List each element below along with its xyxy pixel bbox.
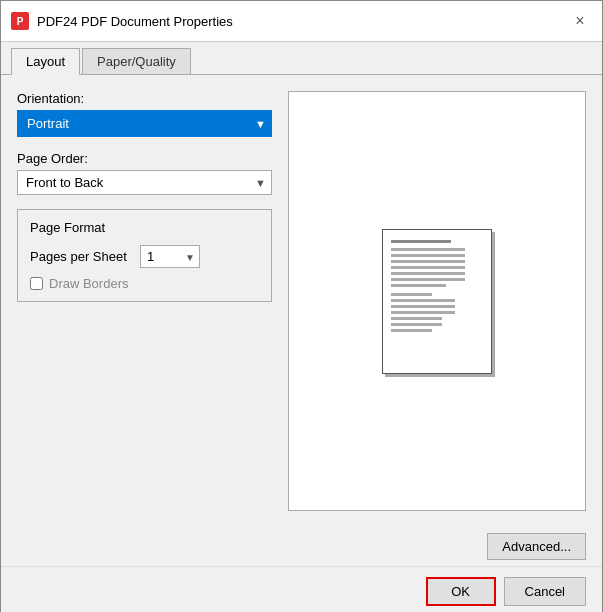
page-format-legend: Page Format (30, 220, 259, 235)
preview-line (391, 272, 465, 275)
advanced-button[interactable]: Advanced... (487, 533, 586, 560)
preview-panel (288, 91, 586, 511)
preview-line (391, 266, 465, 269)
preview-line (391, 293, 432, 296)
preview-line (391, 248, 465, 251)
tab-paper-quality[interactable]: Paper/Quality (82, 48, 191, 74)
page-preview (382, 229, 492, 374)
preview-line (391, 305, 455, 308)
footer-row: OK Cancel (1, 566, 602, 612)
preview-line (391, 311, 455, 314)
title-bar-left: P PDF24 PDF Document Properties (11, 12, 233, 30)
app-icon: P (11, 12, 29, 30)
draw-borders-label: Draw Borders (49, 276, 128, 291)
orientation-select[interactable]: Portrait Landscape (17, 110, 272, 137)
preview-line (391, 317, 442, 320)
orientation-label: Orientation: (17, 91, 272, 106)
page-format-group: Page Format Pages per Sheet 1 2 4 6 9 16… (17, 209, 272, 302)
preview-line (391, 240, 451, 243)
dialog-window: P PDF24 PDF Document Properties × Layout… (0, 0, 603, 612)
dialog-title: PDF24 PDF Document Properties (37, 14, 233, 29)
orientation-select-wrapper: Portrait Landscape ▼ (17, 110, 272, 137)
draw-borders-row: Draw Borders (30, 276, 259, 291)
preview-line (391, 329, 432, 332)
tab-layout[interactable]: Layout (11, 48, 80, 75)
page-order-select[interactable]: Front to Back Back to Front (17, 170, 272, 195)
preview-line (391, 299, 455, 302)
orientation-group: Orientation: Portrait Landscape ▼ (17, 91, 272, 137)
preview-line (391, 278, 465, 281)
tab-bar: Layout Paper/Quality (1, 42, 602, 75)
pages-per-sheet-select[interactable]: 1 2 4 6 9 16 (140, 245, 200, 268)
preview-line (391, 323, 442, 326)
draw-borders-checkbox[interactable] (30, 277, 43, 290)
main-content: Orientation: Portrait Landscape ▼ Page O… (1, 75, 602, 527)
preview-line (391, 284, 446, 287)
page-order-label: Page Order: (17, 151, 272, 166)
preview-line (391, 254, 465, 257)
pages-per-sheet-wrapper: 1 2 4 6 9 16 ▼ (140, 245, 200, 268)
cancel-button[interactable]: Cancel (504, 577, 586, 606)
left-panel: Orientation: Portrait Landscape ▼ Page O… (17, 91, 272, 511)
title-bar: P PDF24 PDF Document Properties × (1, 1, 602, 42)
pages-per-sheet-field: Pages per Sheet 1 2 4 6 9 16 ▼ (30, 245, 259, 268)
advanced-row: Advanced... (1, 527, 602, 566)
page-order-group: Page Order: Front to Back Back to Front … (17, 151, 272, 195)
close-button[interactable]: × (568, 9, 592, 33)
pages-per-sheet-label: Pages per Sheet (30, 249, 130, 264)
preview-line (391, 260, 465, 263)
page-order-select-wrapper: Front to Back Back to Front ▼ (17, 170, 272, 195)
ok-button[interactable]: OK (426, 577, 496, 606)
